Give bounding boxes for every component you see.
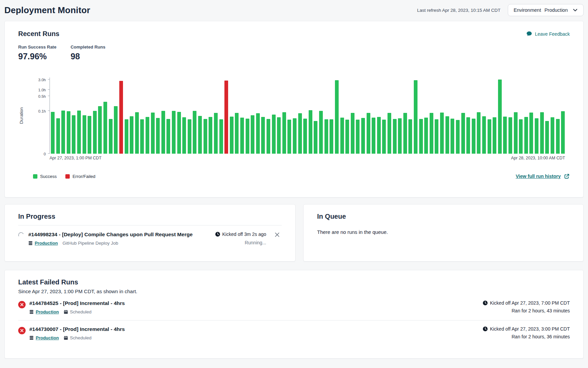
chart-bar-success[interactable] xyxy=(545,121,549,154)
chart-bar-success[interactable] xyxy=(519,119,523,154)
chart-bar-success[interactable] xyxy=(235,113,239,154)
chart-bar-success[interactable] xyxy=(445,116,449,154)
chart-bar-success[interactable] xyxy=(356,120,360,154)
chart-bar-success[interactable] xyxy=(161,111,165,154)
chart-bar-success[interactable] xyxy=(314,121,317,154)
chart-bar-success[interactable] xyxy=(246,119,249,154)
chart-bar-success[interactable] xyxy=(309,110,312,154)
chart-bar-success[interactable] xyxy=(267,119,270,154)
chart-bar-success[interactable] xyxy=(319,111,323,154)
chart-bar-success[interactable] xyxy=(414,80,417,154)
leave-feedback-link[interactable]: Leave Feedback xyxy=(526,31,570,37)
chart-bar-success[interactable] xyxy=(204,119,207,154)
chart-bar-success[interactable] xyxy=(435,119,438,154)
chart-bar-success[interactable] xyxy=(514,112,518,154)
chart-bar-success[interactable] xyxy=(188,119,191,154)
chart-bar-success[interactable] xyxy=(83,115,86,154)
chart-bar-success[interactable] xyxy=(140,119,144,154)
chart-bar-success[interactable] xyxy=(345,120,349,154)
chart-bar-success[interactable] xyxy=(556,119,560,154)
chart-bar-success[interactable] xyxy=(88,116,91,154)
chart-bar-success[interactable] xyxy=(151,113,155,154)
chart-bar-success[interactable] xyxy=(388,113,391,154)
chart-bar-success[interactable] xyxy=(408,119,412,154)
chart-bar-success[interactable] xyxy=(146,117,149,154)
chart-bar-success[interactable] xyxy=(461,113,465,154)
chart-bar-success[interactable] xyxy=(482,116,486,154)
production-link[interactable]: Production xyxy=(36,335,59,340)
chart-bar-success[interactable] xyxy=(419,119,423,154)
chart-bar-success[interactable] xyxy=(251,115,254,154)
chart-bar-success[interactable] xyxy=(67,111,70,154)
chart-bar-success[interactable] xyxy=(193,111,196,154)
chart-bar-success[interactable] xyxy=(488,119,491,154)
chart-bar-success[interactable] xyxy=(125,119,128,154)
chart-bar-success[interactable] xyxy=(114,106,118,154)
production-link[interactable]: Production xyxy=(36,309,59,314)
chart-bar-success[interactable] xyxy=(393,119,397,154)
chart-bar-success[interactable] xyxy=(561,111,565,154)
chart-bar-success[interactable] xyxy=(430,113,433,154)
chart-bar-failed[interactable] xyxy=(224,81,228,154)
chart-bar-success[interactable] xyxy=(256,113,260,154)
chart-bar-success[interactable] xyxy=(372,118,375,154)
chart-bar-success[interactable] xyxy=(109,119,113,154)
chart-bar-success[interactable] xyxy=(93,111,97,154)
chart-bar-success[interactable] xyxy=(282,112,286,154)
chart-bar-success[interactable] xyxy=(403,113,407,154)
chart-bar-success[interactable] xyxy=(551,117,554,154)
chart-bar-success[interactable] xyxy=(382,120,386,154)
chart-bar-success[interactable] xyxy=(451,119,454,154)
chart-bar-success[interactable] xyxy=(335,80,339,154)
environment-dropdown[interactable]: Environment Production xyxy=(508,4,584,16)
chart-bar-success[interactable] xyxy=(272,115,276,154)
chart-bar-success[interactable] xyxy=(466,117,470,154)
chart-bar-success[interactable] xyxy=(103,102,107,154)
chart-bar-success[interactable] xyxy=(287,120,291,154)
chart-bar-success[interactable] xyxy=(261,117,265,154)
chart-bar-success[interactable] xyxy=(303,119,307,154)
chart-bar-success[interactable] xyxy=(524,117,528,154)
chart-bar-failed[interactable] xyxy=(119,81,123,154)
chart-bar-success[interactable] xyxy=(209,117,212,154)
chart-bar-success[interactable] xyxy=(77,111,81,154)
chart-bar-success[interactable] xyxy=(367,113,370,154)
chart-bar-success[interactable] xyxy=(498,80,502,154)
production-link[interactable]: Production xyxy=(35,241,58,246)
chart-bar-success[interactable] xyxy=(424,118,428,154)
chart-bar-success[interactable] xyxy=(351,113,354,154)
chart-bar-success[interactable] xyxy=(135,112,139,154)
chart-bar-success[interactable] xyxy=(456,120,460,154)
chart-bar-success[interactable] xyxy=(529,113,533,154)
chart-bar-success[interactable] xyxy=(240,118,244,154)
chart-bar-success[interactable] xyxy=(219,119,223,154)
chart-bar-success[interactable] xyxy=(166,119,170,154)
chart-bar-success[interactable] xyxy=(477,112,481,154)
chart-bar-success[interactable] xyxy=(540,112,544,154)
chart-bar-success[interactable] xyxy=(198,116,202,154)
chart-bar-success[interactable] xyxy=(361,118,365,154)
chart-bar-success[interactable] xyxy=(535,118,538,154)
chart-bar-success[interactable] xyxy=(177,112,181,154)
chart-bar-success[interactable] xyxy=(472,119,475,154)
chart-bar-success[interactable] xyxy=(330,119,333,154)
chart-bar-success[interactable] xyxy=(51,112,55,154)
chart-bar-success[interactable] xyxy=(156,118,160,154)
chart-bar-success[interactable] xyxy=(398,118,402,154)
chart-bar-success[interactable] xyxy=(377,117,381,154)
chart-bar-success[interactable] xyxy=(503,117,507,154)
chart-bar-success[interactable] xyxy=(214,113,218,154)
chart-bar-success[interactable] xyxy=(340,118,344,154)
chart-bar-success[interactable] xyxy=(61,111,65,154)
chart-bar-success[interactable] xyxy=(493,117,496,154)
chart-bar-success[interactable] xyxy=(324,119,328,154)
chart-bar-success[interactable] xyxy=(440,113,444,154)
chart-bar-success[interactable] xyxy=(508,117,512,154)
chart-bar-success[interactable] xyxy=(277,117,281,154)
view-full-run-history-link[interactable]: View full run history xyxy=(516,173,570,179)
chart-bar-success[interactable] xyxy=(72,115,75,154)
chart-bar-success[interactable] xyxy=(298,113,302,154)
chart-bar-success[interactable] xyxy=(130,116,133,154)
chart-bar-success[interactable] xyxy=(182,117,186,154)
chart-bar-success[interactable] xyxy=(172,111,176,154)
